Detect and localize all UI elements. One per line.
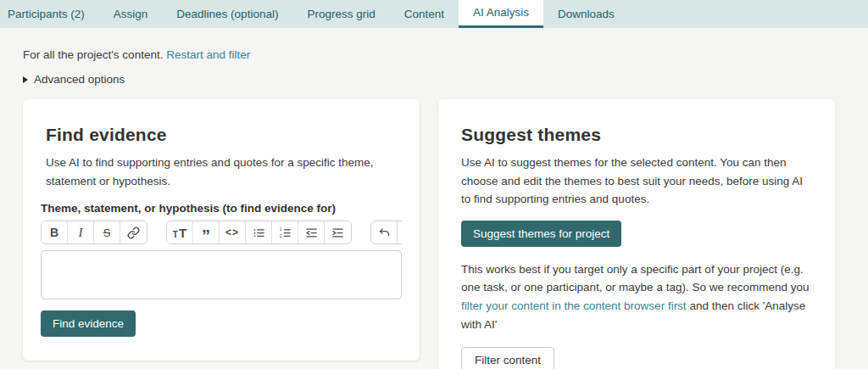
bullet-list-button[interactable] [246, 221, 272, 243]
outdent-icon [305, 226, 318, 239]
bullet-list-icon [253, 226, 265, 239]
svg-text:1: 1 [279, 226, 281, 232]
italic-icon: I [79, 226, 83, 240]
outdent-button[interactable] [298, 221, 325, 243]
find-evidence-card: Find evidence Use AI to find supporting … [23, 99, 420, 361]
ordered-list-button[interactable]: 1 2 [272, 221, 298, 243]
code-button[interactable]: <> [220, 221, 246, 243]
scope-text: For all the project's content. [23, 48, 163, 61]
strikethrough-icon: S [103, 226, 111, 239]
blockquote-icon: ” [202, 232, 210, 240]
text-size-icon: TT [173, 226, 186, 240]
tab-assign[interactable]: Assign [99, 0, 163, 28]
undo-icon [378, 226, 391, 239]
find-evidence-title: Find evidence [46, 125, 397, 145]
tab-ai-analysis[interactable]: AI Analysis [459, 0, 543, 28]
bold-button[interactable]: B [42, 221, 68, 243]
tip-text-before: This works best if you target only a spe… [461, 263, 809, 294]
tab-downloads[interactable]: Downloads [543, 0, 629, 28]
indent-button[interactable] [325, 221, 351, 243]
tab-content[interactable]: Content [390, 0, 459, 28]
undo-button[interactable] [371, 221, 398, 243]
find-evidence-button[interactable]: Find evidence [41, 310, 136, 337]
suggest-themes-card: Suggest themes Use AI to suggest themes … [438, 99, 835, 369]
suggest-themes-title: Suggest themes [461, 125, 812, 145]
code-icon: <> [225, 226, 239, 238]
analysis-cards: Find evidence Use AI to find supporting … [0, 86, 868, 369]
tab-participants[interactable]: Participants (2) [0, 0, 99, 28]
advanced-options: Advanced options [0, 61, 868, 86]
project-tab-bar: Participants (2) Assign Deadlines (optio… [0, 0, 868, 28]
svg-text:2: 2 [279, 233, 281, 238]
filter-content-button[interactable]: Filter content [461, 347, 554, 369]
rich-text-toolbar: B I S TT ” <> [41, 221, 402, 244]
toolbar-group-block: TT ” <> 1 2 [166, 221, 352, 244]
evidence-text-editor[interactable] [41, 250, 402, 299]
find-evidence-description: Use AI to find supporting entries and qu… [46, 154, 397, 190]
blockquote-button[interactable]: ” [193, 221, 220, 243]
link-button[interactable] [120, 221, 147, 243]
italic-button[interactable]: I [68, 221, 94, 243]
evidence-field-label: Theme, statement, or hypothesis (to find… [41, 202, 402, 215]
indent-icon [331, 226, 344, 239]
restart-and-filter-link[interactable]: Restart and filter [166, 48, 250, 61]
link-icon [127, 226, 140, 239]
tab-progress-grid[interactable]: Progress grid [292, 0, 389, 28]
advanced-options-toggle[interactable]: Advanced options [23, 73, 845, 86]
filter-content-link[interactable]: filter your content in the content brows… [461, 299, 687, 312]
redo-button[interactable] [398, 221, 402, 243]
tab-deadlines[interactable]: Deadlines (optional) [162, 0, 292, 28]
text-size-button[interactable]: TT [167, 221, 193, 243]
bold-icon: B [50, 226, 58, 239]
content-scope-line: For all the project's content. Restart a… [0, 28, 868, 61]
suggest-themes-description: Use AI to suggest themes for the selecte… [461, 154, 812, 209]
toolbar-group-inline: B I S [41, 221, 147, 244]
suggest-themes-tip: This works best if you target only a spe… [461, 260, 812, 333]
strikethrough-button[interactable]: S [94, 221, 120, 243]
suggest-themes-button[interactable]: Suggest themes for project [461, 221, 621, 247]
toolbar-group-history [370, 221, 402, 244]
ordered-list-icon: 1 2 [279, 226, 292, 239]
